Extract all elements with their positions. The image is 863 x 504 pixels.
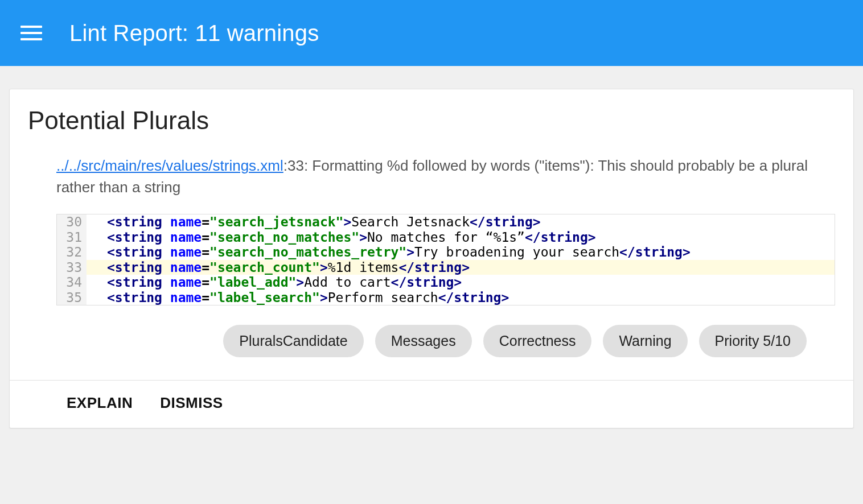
- line-number: 35: [57, 290, 87, 305]
- code-content: <string name="search_no_matches_retry">T…: [87, 245, 835, 259]
- code-content: <string name="search_count">%1d items</s…: [87, 260, 835, 275]
- line-number: 30: [57, 214, 87, 229]
- dismiss-button[interactable]: DISMISS: [160, 394, 223, 412]
- content-area: Potential Plurals ../../src/main/res/val…: [0, 66, 863, 428]
- line-number: 34: [57, 275, 87, 290]
- issue-file-link[interactable]: ../../src/main/res/values/strings.xml: [56, 157, 283, 174]
- issue-description: ../../src/main/res/values/strings.xml:33…: [28, 155, 835, 198]
- tag-chip[interactable]: Correctness: [483, 325, 592, 357]
- issue-title: Potential Plurals: [28, 106, 835, 135]
- app-bar: Lint Report: 11 warnings: [0, 0, 863, 66]
- code-content: <string name="label_add">Add to cart</st…: [87, 275, 835, 290]
- line-number: 31: [57, 230, 87, 245]
- explain-button[interactable]: EXPLAIN: [67, 394, 133, 412]
- line-number: 32: [57, 245, 87, 259]
- code-line: 34<string name="label_add">Add to cart</…: [57, 275, 835, 290]
- issue-tags: PluralsCandidateMessagesCorrectnessWarni…: [28, 305, 835, 357]
- page-title: Lint Report: 11 warnings: [69, 20, 319, 46]
- issue-card: Potential Plurals ../../src/main/res/val…: [9, 89, 854, 428]
- code-line: 33<string name="search_count">%1d items<…: [57, 260, 835, 275]
- issue-location-suffix: :33:: [283, 157, 313, 174]
- code-content: <string name="label_search">Perform sear…: [87, 290, 835, 305]
- code-snippet: 30<string name="search_jetsnack">Search …: [56, 214, 835, 305]
- code-line: 30<string name="search_jetsnack">Search …: [57, 214, 835, 229]
- code-line: 32<string name="search_no_matches_retry"…: [57, 245, 835, 259]
- code-content: <string name="search_jetsnack">Search Je…: [87, 214, 835, 229]
- tag-chip[interactable]: Priority 5/10: [699, 325, 807, 357]
- code-content: <string name="search_no_matches">No matc…: [87, 230, 835, 245]
- code-line: 35<string name="label_search">Perform se…: [57, 290, 835, 305]
- code-line: 31<string name="search_no_matches">No ma…: [57, 230, 835, 245]
- menu-icon[interactable]: [20, 22, 42, 44]
- line-number: 33: [57, 260, 87, 275]
- tag-chip[interactable]: Messages: [375, 325, 472, 357]
- card-actions: EXPLAIN DISMISS: [10, 380, 853, 428]
- tag-chip[interactable]: Warning: [603, 325, 687, 357]
- tag-chip[interactable]: PluralsCandidate: [223, 325, 363, 357]
- issue-card-body: Potential Plurals ../../src/main/res/val…: [10, 89, 853, 380]
